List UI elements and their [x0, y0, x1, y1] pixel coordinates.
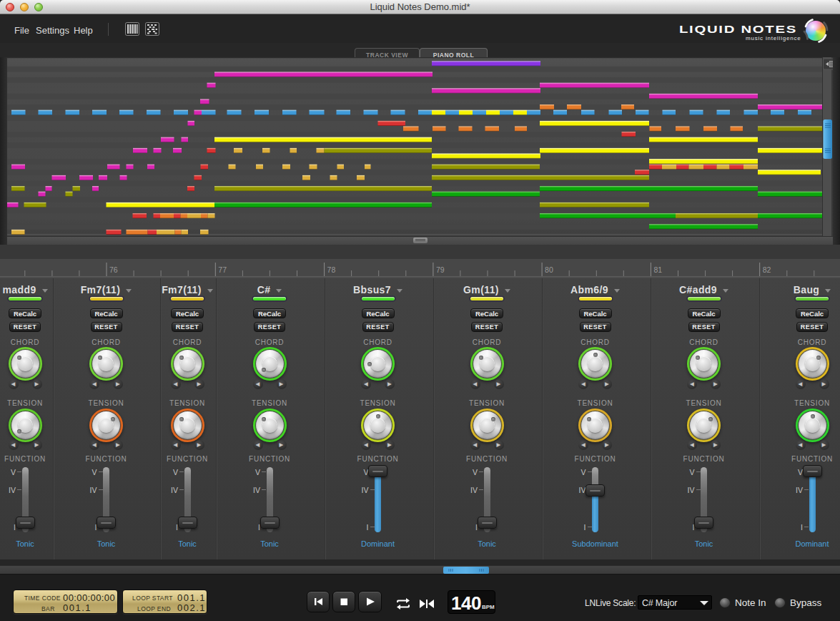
svg-text:81: 81	[653, 265, 662, 274]
svg-text:76: 76	[109, 265, 118, 274]
svg-text:80: 80	[545, 265, 553, 274]
svg-text:78: 78	[327, 265, 336, 274]
svg-text:79: 79	[436, 265, 445, 274]
svg-text:77: 77	[218, 265, 227, 274]
svg-text:82: 82	[763, 265, 771, 274]
